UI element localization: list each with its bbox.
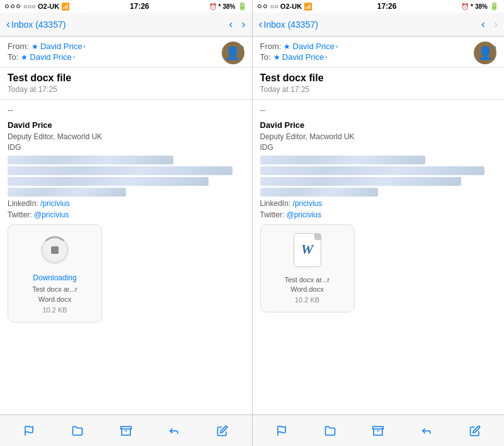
- left-signal-dot2: [11, 4, 14, 8]
- right-avatar: 👤: [474, 42, 496, 64]
- left-twitter: Twitter: @pricivius: [8, 210, 244, 220]
- right-attachment-filename: Test docx ar...r Word.docx: [268, 275, 346, 295]
- left-wifi-icon: 📶: [61, 3, 70, 11]
- left-battery-icon: 🔋: [238, 2, 247, 11]
- right-twitter-link[interactable]: @pricivius: [287, 210, 322, 219]
- right-back-chevron: ‹: [259, 18, 263, 31]
- left-to-line: To: ★ David Price ›: [8, 52, 244, 62]
- right-attachment-card[interactable]: W Test docx ar...r Word.docx 10.2 KB: [260, 224, 355, 312]
- svg-rect-4: [373, 426, 384, 429]
- left-avatar-image: 👤: [225, 45, 241, 60]
- right-sig-title: Deputy Editor, Macworld UK: [260, 132, 497, 142]
- right-subject-area: Test docx file Today at 17:25: [253, 67, 505, 100]
- left-from-label: From:: [8, 42, 29, 51]
- svg-rect-1: [120, 426, 131, 429]
- right-battery-icon: 🔋: [490, 2, 499, 11]
- right-sig-company: IDG: [260, 142, 497, 153]
- left-back-chevron: ‹: [6, 18, 10, 31]
- right-archive-button[interactable]: [369, 423, 387, 439]
- right-prev-arrow[interactable]: ‹: [481, 18, 485, 31]
- left-subject-area: Test docx file Today at 17:25: [0, 67, 252, 100]
- bottom-toolbar: [0, 415, 504, 446]
- right-wifi-icon: 📶: [304, 3, 312, 11]
- left-to-name[interactable]: David Price: [30, 52, 71, 62]
- left-attachment-filename: Test docx ar...r Word.docx: [16, 285, 94, 304]
- right-linkedin-link[interactable]: /pricivius: [293, 199, 323, 208]
- right-next-arrow[interactable]: ›: [494, 18, 498, 31]
- right-status-carrier: ○○ O2-UK 📶: [258, 3, 313, 11]
- right-subject-title: Test docx file: [260, 72, 497, 84]
- right-avatar-image: 👤: [478, 45, 493, 60]
- left-carrier-text: ○○○ O2-UK: [23, 3, 59, 10]
- right-to-chevron: ›: [325, 54, 327, 60]
- left-archive-button[interactable]: [117, 423, 135, 439]
- right-to-name[interactable]: David Price: [282, 52, 324, 62]
- left-next-arrow[interactable]: ›: [242, 18, 246, 31]
- right-nav-arrows: ‹ ›: [481, 18, 498, 31]
- right-status-right: ⏰ * 38% 🔋: [461, 2, 499, 11]
- left-from-name[interactable]: David Price: [40, 42, 82, 51]
- right-carrier-text: ○○ O2-UK: [270, 3, 302, 10]
- left-twitter-link[interactable]: @pricivius: [34, 210, 69, 219]
- right-status-bar: ○○ O2-UK 📶 17:26 ⏰ * 38% 🔋: [253, 0, 505, 13]
- left-to-star: ★: [21, 53, 28, 62]
- right-panel: ○○ O2-UK 📶 17:26 ⏰ * 38% 🔋 ‹ Inbox (4335…: [253, 0, 505, 415]
- right-signal-dot1: [258, 4, 261, 8]
- right-email-header: From: ★ David Price › To: ★ David Price …: [253, 37, 505, 67]
- phones-container: ○○○ O2-UK 📶 17:26 ⏰ * 38% 🔋 ‹ Inbox (433…: [0, 0, 504, 415]
- right-blur-line3: [260, 188, 379, 197]
- right-reply-button[interactable]: [417, 423, 436, 439]
- left-from-chevron: ›: [83, 43, 85, 50]
- left-folder-button[interactable]: [68, 423, 87, 439]
- left-sig-name: David Price: [8, 120, 244, 131]
- left-spinner-stop: [51, 246, 59, 254]
- left-to-chevron: ›: [73, 54, 75, 60]
- right-linkedin: LinkedIn: /pricivius: [260, 198, 497, 209]
- left-from-line: From: ★ David Price ›: [8, 42, 244, 51]
- left-email-header: From: ★ David Price › To: ★ David Price …: [0, 37, 252, 67]
- left-email-body: -- David Price Deputy Editor, Macworld U…: [0, 100, 252, 415]
- left-reply-button[interactable]: [164, 423, 183, 439]
- left-sig-title: Deputy Editor, Macworld UK: [8, 132, 244, 142]
- left-nav-arrows: ‹ ›: [229, 18, 246, 31]
- left-blur-line1: [8, 166, 232, 175]
- left-separator: --: [8, 105, 244, 116]
- left-status-right: ⏰ * 38% 🔋: [209, 2, 247, 11]
- right-blur-line2: [260, 177, 461, 186]
- left-subject-title: Test docx file: [8, 72, 244, 84]
- left-subject-date: Today at 17:25: [8, 85, 244, 94]
- left-flag-button[interactable]: [20, 423, 38, 439]
- left-back-button[interactable]: ‹ Inbox (43357): [6, 18, 66, 31]
- left-time: 17:26: [130, 2, 149, 11]
- right-sig-name: David Price: [260, 120, 497, 131]
- right-flag-button[interactable]: [272, 423, 291, 439]
- right-toolbar: [253, 415, 505, 446]
- right-word-doc-icon: W: [294, 233, 321, 267]
- right-compose-button[interactable]: [466, 423, 484, 439]
- right-nav-bar: ‹ Inbox (43357) ‹ ›: [253, 13, 505, 37]
- right-from-star: ★: [284, 42, 290, 51]
- left-alarm-icon: ⏰: [209, 3, 217, 10]
- left-prev-arrow[interactable]: ‹: [229, 18, 233, 31]
- right-battery-text: 38%: [475, 3, 488, 10]
- left-bluetooth-icon: *: [219, 3, 221, 10]
- left-battery-text: 38%: [222, 3, 235, 10]
- left-blur-line2: [8, 177, 209, 186]
- left-downloading-label: Downloading: [33, 273, 76, 283]
- left-compose-button[interactable]: [213, 423, 232, 439]
- right-from-name[interactable]: David Price: [292, 42, 334, 51]
- right-from-line: From: ★ David Price ›: [260, 42, 497, 51]
- right-back-button[interactable]: ‹ Inbox (43357): [259, 18, 318, 31]
- right-inbox-label[interactable]: Inbox (43357): [264, 20, 318, 30]
- right-folder-button[interactable]: [321, 423, 340, 439]
- left-attachment-icon: [39, 231, 71, 269]
- left-inbox-label[interactable]: Inbox (43357): [11, 20, 66, 30]
- left-attachment-size: 10.2 KB: [42, 306, 67, 315]
- right-from-chevron: ›: [336, 43, 338, 50]
- right-from-label: From:: [260, 42, 282, 51]
- left-attachment-card[interactable]: Downloading Test docx ar...r Word.docx 1…: [8, 224, 102, 323]
- left-blur-line3: [8, 188, 126, 197]
- right-time: 17:26: [377, 2, 397, 11]
- left-linkedin-link[interactable]: /pricivius: [40, 199, 70, 208]
- right-twitter: Twitter: @pricivius: [260, 210, 497, 220]
